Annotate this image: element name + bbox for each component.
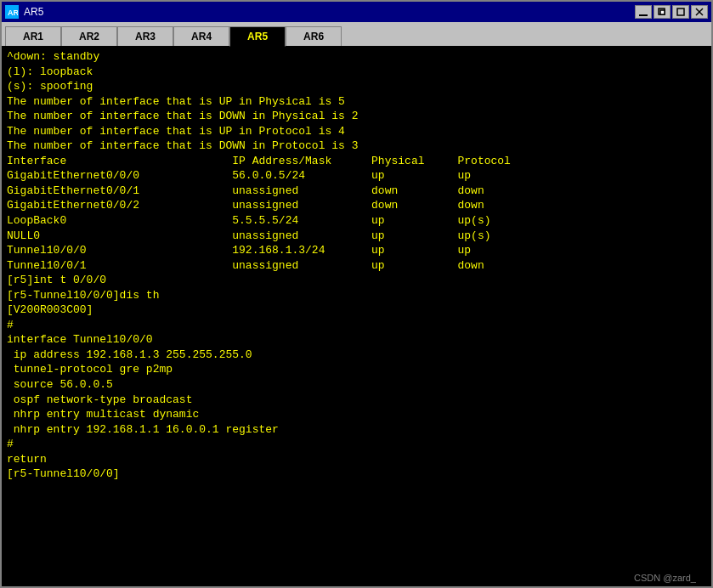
console-line: The number of interface that is DOWN in … <box>7 109 706 124</box>
console-line: LoopBack0 5.5.5.5/24 up up(s) <box>7 213 706 229</box>
maximize-button[interactable] <box>672 5 689 19</box>
title-bar: AR AR5 <box>2 2 711 22</box>
svg-rect-5 <box>677 8 684 15</box>
console-line: GigabitEthernet0/0/2 unassigned down dow… <box>7 198 706 213</box>
console-line: [r5-Tunnel10/0/0] <box>7 466 706 482</box>
console-line: nhrp entry 192.168.1.1 16.0.0.1 register <box>7 422 706 438</box>
console-line: ospf network-type broadcast <box>7 393 706 408</box>
tab-ar2[interactable]: AR2 <box>61 26 117 47</box>
tab-ar3[interactable]: AR3 <box>117 26 173 47</box>
console-line: Tunnel10/0/0 192.168.1.3/24 up up <box>7 243 706 258</box>
console-line: The number of interface that is DOWN in … <box>7 139 706 154</box>
svg-rect-4 <box>660 10 665 14</box>
console-line: [V200R003C00] <box>7 302 706 318</box>
title-bar-left: AR AR5 <box>5 5 43 19</box>
app-icon: AR <box>5 5 19 19</box>
console-output[interactable]: ^down: standby(l): loopback(s): spoofing… <box>2 46 711 586</box>
console-line: ip address 192.168.1.3 255.255.255.0 <box>7 348 706 363</box>
console-line: # <box>7 318 706 333</box>
console-line: [r5-Tunnel10/0/0]dis th <box>7 288 706 303</box>
close-button[interactable] <box>691 5 708 19</box>
console-line: NULL0 unassigned up up(s) <box>7 229 706 244</box>
console-line: return <box>7 452 706 467</box>
console-line: (s): spoofing <box>7 79 706 94</box>
tab-ar4[interactable]: AR4 <box>173 26 229 47</box>
main-window: AR AR5 AR1 AR2 AR3 AR4 AR5 AR6 <box>0 0 713 588</box>
console-line: [r5]int t 0/0/0 <box>7 273 706 288</box>
tab-ar6[interactable]: AR6 <box>286 26 342 47</box>
tab-ar5[interactable]: AR5 <box>229 26 286 47</box>
minimize-button[interactable] <box>635 5 652 19</box>
console-line: ^down: standby <box>7 49 706 65</box>
console-line: GigabitEthernet0/0/0 56.0.0.5/24 up up <box>7 168 706 184</box>
watermark: CSDN @zard_ <box>634 573 696 583</box>
console-line: (l): loopback <box>7 65 706 80</box>
console-line: Tunnel10/0/1 unassigned up down <box>7 258 706 274</box>
restore-button[interactable] <box>654 5 671 19</box>
console-line: Interface IP Address/Mask Physical Proto… <box>7 154 706 169</box>
console-line: The number of interface that is UP in Ph… <box>7 94 706 110</box>
console-line: tunnel-protocol gre p2mp <box>7 362 706 377</box>
svg-text:AR: AR <box>8 8 18 17</box>
console-line: # <box>7 437 706 452</box>
title-controls <box>635 5 708 19</box>
tab-ar1[interactable]: AR1 <box>5 26 61 47</box>
console-line: nhrp entry multicast dynamic <box>7 407 706 422</box>
console-line: The number of interface that is UP in Pr… <box>7 124 706 139</box>
console-line: GigabitEthernet0/0/1 unassigned down dow… <box>7 184 706 199</box>
console-line: interface Tunnel10/0/0 <box>7 332 706 348</box>
svg-rect-2 <box>639 14 648 16</box>
tab-bar: AR1 AR2 AR3 AR4 AR5 AR6 <box>2 22 711 46</box>
window-title: AR5 <box>24 6 43 18</box>
console-line: source 56.0.0.5 <box>7 377 706 393</box>
